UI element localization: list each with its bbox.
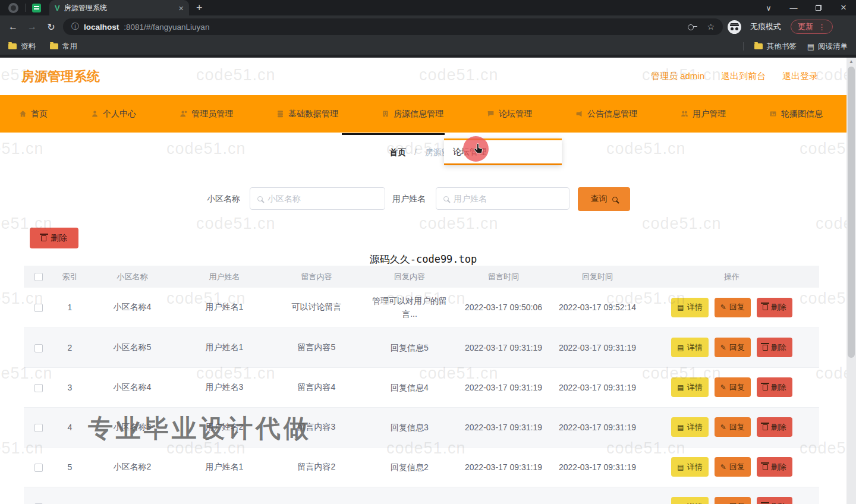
cell-message: 留言内容3 bbox=[270, 407, 363, 447]
detail-button[interactable]: ▤详情 bbox=[671, 377, 708, 397]
delete-button[interactable]: 删除 bbox=[757, 377, 792, 397]
nav-item-announcement[interactable]: 公告信息管理 bbox=[575, 109, 637, 119]
search-button[interactable]: 查询 bbox=[578, 187, 630, 211]
site-info-icon[interactable]: ⓘ bbox=[71, 21, 79, 32]
pencil-icon: ✎ bbox=[720, 424, 726, 431]
other-bookmarks-button[interactable]: 其他书签 bbox=[754, 42, 797, 52]
reply-button[interactable]: ✎回复 bbox=[715, 377, 751, 397]
pinned-app-icon[interactable] bbox=[32, 4, 41, 12]
nav-item-housing-info[interactable]: 房源信息管理 bbox=[382, 109, 443, 119]
delete-label: 删除 bbox=[771, 342, 786, 353]
tab-close-icon[interactable]: × bbox=[178, 4, 184, 12]
document-icon: ▤ bbox=[677, 464, 684, 471]
nav-dropdown-item-forum[interactable]: 论坛管理 bbox=[444, 138, 562, 165]
table-header-row: 索引 小区名称 用户姓名 留言内容 回复内容 留言时间 回复时间 操作 bbox=[24, 266, 819, 288]
restore-button[interactable] bbox=[806, 0, 831, 15]
user-name-input[interactable] bbox=[454, 194, 562, 203]
select-all-checkbox[interactable] bbox=[34, 273, 43, 281]
bookmark-folder-2[interactable]: 常用 bbox=[50, 42, 77, 52]
tab-strip: V 房源管理系统 × + ∨ — × bbox=[0, 0, 856, 15]
cell-checkbox bbox=[24, 367, 54, 407]
nav-item-forum-management[interactable]: 论坛管理 bbox=[487, 109, 532, 119]
reading-list-button[interactable]: ▤ 阅读清单 bbox=[807, 42, 848, 52]
watermark-text: code51.cn bbox=[800, 140, 846, 158]
row-checkbox[interactable] bbox=[34, 304, 43, 312]
cell-actions: ▤详情✎回复删除 bbox=[644, 327, 819, 367]
cell-actions: ▤详情✎回复删除 bbox=[644, 367, 819, 407]
nav-label: 个人中心 bbox=[103, 109, 136, 119]
reply-button[interactable]: ✎回复 bbox=[715, 417, 751, 437]
cell-checkbox bbox=[24, 288, 54, 327]
nav-item-carousel[interactable]: 轮播图信息 bbox=[769, 109, 823, 119]
cell-reply-time: 2022-03-17 09:31:19 bbox=[550, 487, 644, 504]
site-watermark-title: 源码久久-code99.top bbox=[0, 253, 846, 266]
detail-button[interactable]: ▤详情 bbox=[671, 338, 708, 357]
cell-message-time: 2022-03-17 09:31:19 bbox=[457, 487, 550, 504]
chat-icon bbox=[487, 110, 495, 118]
scrollbar-thumb[interactable] bbox=[848, 67, 855, 358]
nav-item-user-management[interactable]: 用户管理 bbox=[681, 109, 726, 119]
close-button[interactable]: × bbox=[831, 0, 856, 15]
cell-community: 小区名称5 bbox=[86, 327, 178, 367]
community-name-input[interactable] bbox=[268, 194, 377, 203]
reply-button[interactable]: ✎回复 bbox=[715, 298, 751, 317]
row-checkbox[interactable] bbox=[34, 424, 43, 432]
reply-button[interactable]: ✎回复 bbox=[715, 457, 751, 477]
nav-item-home[interactable]: 首页 bbox=[19, 109, 48, 119]
password-key-icon[interactable] bbox=[688, 24, 697, 30]
update-button[interactable]: 更新 ⋮ bbox=[791, 20, 833, 34]
header-actions: 操作 bbox=[644, 266, 819, 288]
cell-user: 用户姓名1 bbox=[178, 447, 270, 487]
scroll-up-arrow-icon[interactable]: ▲ bbox=[849, 59, 854, 64]
row-checkbox[interactable] bbox=[34, 384, 43, 392]
delete-button[interactable]: 删除 bbox=[757, 497, 792, 504]
nav-label: 房源信息管理 bbox=[394, 109, 443, 119]
detail-button[interactable]: ▤详情 bbox=[671, 497, 708, 504]
row-checkbox[interactable] bbox=[34, 464, 43, 472]
new-tab-button[interactable]: + bbox=[196, 2, 203, 14]
minimize-button[interactable]: — bbox=[781, 0, 806, 15]
breadcrumb-home[interactable]: 首页 bbox=[389, 147, 406, 157]
nav-label: 公告信息管理 bbox=[587, 109, 637, 119]
delete-button[interactable]: 删除 bbox=[757, 417, 792, 437]
cell-reply bbox=[363, 487, 457, 504]
nav-item-personal-center[interactable]: 个人中心 bbox=[91, 109, 136, 119]
forward-button[interactable]: → bbox=[25, 21, 39, 32]
delete-button[interactable]: 删除 bbox=[757, 298, 792, 317]
cell-community bbox=[86, 487, 178, 504]
tab-search-icon[interactable]: ∨ bbox=[756, 0, 781, 15]
divider bbox=[743, 42, 744, 51]
delete-button[interactable]: 删除 bbox=[757, 338, 792, 357]
reply-button[interactable]: ✎回复 bbox=[715, 338, 751, 357]
watermark-text: code51.cn bbox=[419, 215, 499, 233]
cell-reply-time: 2022-03-17 09:31:19 bbox=[550, 407, 644, 447]
document-icon: ▤ bbox=[677, 304, 684, 311]
menu-dots-icon[interactable]: ⋮ bbox=[818, 23, 826, 32]
exit-to-front-link[interactable]: 退出到前台 bbox=[721, 71, 766, 82]
trash-icon bbox=[763, 345, 768, 351]
search-button-label: 查询 bbox=[591, 194, 608, 204]
users-icon bbox=[681, 110, 688, 118]
logout-link[interactable]: 退出登录 bbox=[782, 71, 818, 82]
reply-button[interactable]: ✎回复 bbox=[715, 497, 751, 504]
trash-icon bbox=[763, 464, 768, 470]
bookmark-folder-1[interactable]: 资料 bbox=[8, 42, 36, 52]
browser-tab[interactable]: V 房源管理系统 × bbox=[49, 0, 189, 15]
row-checkbox[interactable] bbox=[34, 344, 43, 352]
nav-item-admin-management[interactable]: 管理员管理 bbox=[180, 109, 233, 119]
page-scrollbar[interactable]: ▲ bbox=[846, 58, 856, 504]
cell-index: 4 bbox=[54, 407, 86, 447]
bookmark-star-icon[interactable]: ☆ bbox=[707, 22, 715, 32]
detail-button[interactable]: ▤详情 bbox=[671, 298, 708, 317]
cell-user: 用户姓名1 bbox=[178, 288, 270, 327]
bulk-delete-button[interactable]: 删除 bbox=[30, 228, 78, 248]
home-icon bbox=[19, 110, 27, 118]
browser-profile-icon[interactable] bbox=[8, 3, 18, 13]
url-bar[interactable]: ⓘ localhost :8081/#/fangyuanLiuyan ☆ bbox=[63, 18, 723, 35]
delete-button[interactable]: 删除 bbox=[757, 457, 792, 477]
nav-item-base-data[interactable]: 基础数据管理 bbox=[276, 109, 338, 119]
detail-button[interactable]: ▤详情 bbox=[671, 417, 708, 437]
back-button[interactable]: ← bbox=[6, 21, 20, 32]
detail-button[interactable]: ▤详情 bbox=[671, 457, 708, 477]
reload-button[interactable]: ↻ bbox=[44, 21, 58, 33]
